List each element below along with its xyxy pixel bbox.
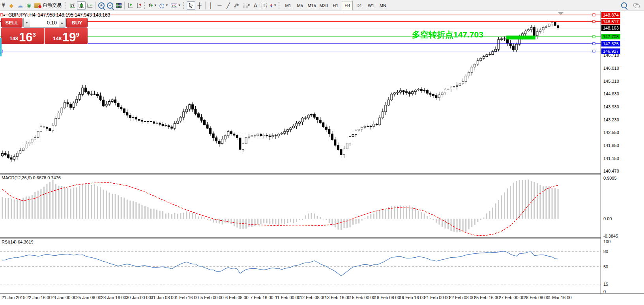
time-axis-label: 25 Feb 16:00 [474, 295, 500, 300]
rsi-axis-label: 80 [603, 249, 608, 254]
text-tool-button[interactable]: A [251, 1, 260, 10]
time-axis-label: 22 Jan 16:00 [26, 295, 52, 300]
auto-trading-button[interactable]: 自动交易 [33, 1, 64, 10]
bar-chart-mode-button[interactable] [68, 1, 77, 10]
trendline-icon: ╱ [227, 2, 230, 9]
price-line-badge: 147.703 [601, 34, 620, 39]
vertical-line-tool-button[interactable]: │ [207, 1, 215, 10]
time-axis-label: 28 Jan 16:00 [101, 295, 126, 300]
arrows-tool-button[interactable]: ▲▼▼ [268, 1, 278, 10]
chevron-down-icon: ▼ [273, 4, 277, 7]
tab-timeframe-m30[interactable]: M30 [318, 1, 329, 10]
time-axis-label: 31 Jan 08:00 [151, 295, 176, 300]
price-axis-label: 146.010 [603, 66, 619, 71]
tab-timeframe-d1[interactable]: D1 [354, 1, 365, 10]
zoom-in-icon: + [98, 2, 105, 9]
toolbar: 单 ◆ ☁ ◉ 自动交易 + − f+▼ ◷▼ [0, 0, 644, 11]
cursor-tool-button[interactable] [187, 1, 195, 10]
volume-increase-button[interactable]: ▲ [59, 18, 65, 27]
chart-expand-icon[interactable]: ▲ [2, 13, 6, 17]
line-chart-mode-button[interactable] [86, 1, 94, 10]
auto-trading-icon [34, 3, 41, 8]
price-axis-label: 141.150 [603, 156, 619, 161]
price-axis-label: 141.850 [603, 143, 619, 148]
volume-stepper: ▼ 0.10 ▲ [23, 18, 66, 28]
zoom-in-button[interactable]: + [97, 1, 106, 10]
auto-scroll-icon [127, 3, 133, 8]
chat-button[interactable] [632, 1, 641, 10]
cloud-icon: ☁ [17, 2, 23, 9]
toolbar-drag-handle[interactable] [279, 2, 281, 9]
time-axis-label: 1 Feb 16:00 [176, 295, 199, 300]
vertical-line-icon: │ [209, 2, 213, 9]
sell-price-prefix: 148 [9, 35, 18, 41]
crosshair-tool-button[interactable]: ┼ [195, 1, 204, 10]
text-label-tool-button[interactable]: T [260, 1, 268, 10]
chart-canvas[interactable] [0, 0, 644, 305]
ohlc-bars-icon [69, 3, 76, 8]
time-axis-label: 30 Jan 00:00 [126, 295, 151, 300]
sell-price-main: 16 [19, 32, 32, 43]
price-axis-label: 142.550 [603, 130, 619, 135]
rsi-axis-label: 15 [603, 282, 608, 286]
time-axis-label: 11 Feb 00:00 [275, 295, 300, 300]
macd-axis-label: 0.00 [603, 216, 612, 221]
price-axis-label: 145.310 [603, 79, 619, 84]
gem-icon: ◆ [9, 2, 14, 9]
time-axis[interactable]: 21 Jan 201922 Jan 16:0024 Jan 00:0025 Ja… [0, 294, 644, 305]
chart-ohlc-values: 147.958 148.195 147.943 148.163 [38, 12, 110, 18]
toolbar-drag-handle[interactable] [144, 2, 147, 9]
toolbar-drag-handle[interactable] [183, 2, 186, 9]
tab-timeframe-w1[interactable]: W1 [365, 1, 376, 10]
tab-timeframe-mn[interactable]: MN [377, 1, 388, 10]
candlestick-mode-button[interactable] [77, 1, 86, 10]
tab-timeframe-h1[interactable]: H1 [330, 1, 341, 10]
tab-timeframe-m15[interactable]: M15 [306, 1, 317, 10]
timeframe-group: M1M5M15M30H1H4D1W1MN [282, 1, 389, 10]
mql5-cloud-icon[interactable]: ☁ [16, 1, 24, 10]
chat-bubbles-icon [633, 3, 640, 8]
price-line-badge: 146.927 [601, 48, 620, 54]
tab-timeframe-h4[interactable]: H4 [342, 1, 353, 10]
search-button[interactable] [620, 1, 628, 10]
price-axis[interactable]: 146.710146.010145.310144.630143.930143.2… [601, 11, 644, 293]
chart-shift-button[interactable] [135, 1, 143, 10]
templates-button[interactable]: ▼ [170, 1, 182, 10]
macd-axis-label: -0.3845 [603, 234, 618, 238]
buy-price-prefix: 148 [53, 35, 62, 41]
volume-input[interactable]: 0.10 [30, 18, 59, 27]
signals-icon[interactable]: ◉ [24, 1, 33, 10]
time-axis-label: 21 Feb 00:00 [424, 295, 450, 300]
tile-windows-button[interactable] [114, 1, 123, 10]
buy-button[interactable]: BUY [66, 18, 88, 28]
buy-price-box[interactable]: 148 19 9 [45, 28, 88, 44]
fibonacci-tool-button[interactable]: F [242, 1, 251, 10]
panel-collapse-tab[interactable] [0, 38, 2, 56]
trendline-tool-button[interactable]: ╱ [224, 1, 233, 10]
horizontal-line-icon: ─ [218, 2, 222, 9]
horizontal-line-tool-button[interactable]: ─ [215, 1, 224, 10]
time-axis-label: 6 Feb 08:00 [225, 295, 249, 300]
toolbar-drag-handle[interactable] [65, 2, 67, 9]
time-axis-label: 19 Feb 16:00 [399, 295, 425, 300]
price-axis-label: 143.230 [603, 117, 619, 122]
auto-scroll-button[interactable] [126, 1, 135, 10]
broadcast-icon: ◉ [26, 2, 31, 8]
sell-price-box[interactable]: 148 16 3 [1, 28, 44, 44]
fibonacci-icon [243, 3, 248, 8]
tab-timeframe-m5[interactable]: M5 [294, 1, 305, 10]
chevron-down-icon: ▼ [165, 4, 168, 7]
zoom-out-button[interactable]: − [106, 1, 114, 10]
sell-button[interactable]: SELL [1, 18, 22, 28]
gem-icon[interactable]: ◆ [7, 1, 16, 10]
time-axis-label: 5 Feb 00:00 [200, 295, 224, 300]
new-order-partial-label[interactable]: 单 [1, 2, 6, 9]
volume-decrease-button[interactable]: ▼ [24, 18, 30, 27]
chart-annotation-text: 多空转折点147.703 [412, 29, 483, 40]
equidistant-channel-tool-button[interactable]: ⁄⁄E [233, 1, 242, 10]
tab-timeframe-m1[interactable]: M1 [283, 1, 294, 10]
mt4-window: 单 ◆ ☁ ◉ 自动交易 + − f+▼ ◷▼ [0, 0, 644, 305]
price-line-badge: 147.325 [601, 41, 620, 46]
periods-button[interactable]: ◷▼ [158, 1, 170, 10]
indicators-button[interactable]: f+▼ [148, 1, 158, 10]
